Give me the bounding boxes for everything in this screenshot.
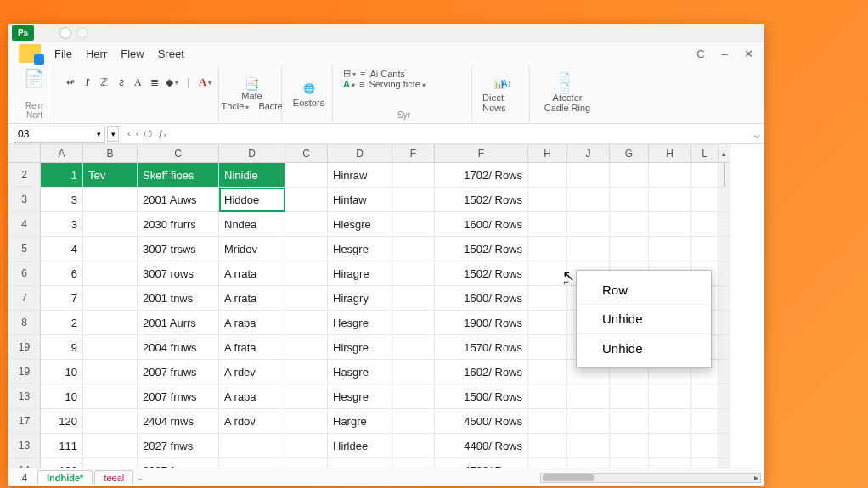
v-scrollbar-track[interactable]	[719, 188, 730, 212]
column-header[interactable]: C	[285, 144, 328, 163]
cell[interactable]	[610, 163, 649, 188]
cell[interactable]: Hinfaw	[328, 188, 392, 212]
v-scrollbar-track[interactable]	[719, 409, 730, 434]
cell[interactable]	[567, 188, 610, 212]
cell[interactable]: A rapa	[219, 384, 285, 409]
paste-icon[interactable]: 📄	[24, 68, 45, 88]
cell[interactable]	[528, 335, 567, 360]
ribbon-button[interactable]: Serving ficte	[369, 79, 426, 89]
fx-fx-button[interactable]: ƒₓ	[158, 128, 167, 139]
cell[interactable]	[610, 237, 649, 261]
cell[interactable]: 1570/ Rows	[435, 335, 528, 360]
cell[interactable]: 2027 fnws	[138, 434, 219, 458]
v-scrollbar-track[interactable]	[719, 434, 730, 458]
ribbon-button[interactable]: Diect Nows	[482, 93, 522, 113]
cell[interactable]: 1502/ Rows	[435, 261, 528, 286]
help-button[interactable]: C	[695, 48, 707, 60]
cell[interactable]: Hirldee	[328, 434, 392, 458]
cell[interactable]	[649, 237, 691, 261]
cell[interactable]: 2007 frnws	[138, 384, 219, 409]
cell[interactable]: 9	[41, 335, 83, 360]
row-header[interactable]: 7	[8, 286, 41, 311]
minimize-button[interactable]: –	[719, 48, 730, 60]
column-header[interactable]: G	[610, 144, 649, 163]
row-header[interactable]: 3	[8, 188, 41, 212]
cell[interactable]	[528, 261, 567, 286]
cell[interactable]: 2	[41, 311, 83, 335]
format-button[interactable]: ƨ	[115, 75, 127, 90]
cell[interactable]: 7	[41, 286, 83, 311]
cell[interactable]: 1900/ Rows	[435, 311, 528, 335]
cell[interactable]: Mridov	[219, 237, 285, 261]
cell[interactable]	[567, 163, 610, 188]
cell[interactable]	[691, 434, 719, 458]
cell[interactable]	[528, 409, 567, 434]
cell[interactable]	[392, 409, 435, 434]
cell[interactable]: Hargre	[328, 409, 392, 434]
file-icon[interactable]	[19, 44, 41, 63]
sheet-nav[interactable]: 4	[12, 472, 37, 484]
v-scrollbar-track[interactable]	[719, 261, 730, 286]
cell[interactable]	[83, 335, 138, 360]
cell[interactable]	[610, 188, 649, 212]
cell[interactable]	[285, 434, 328, 458]
cell[interactable]: Hiragry	[328, 286, 392, 311]
v-scrollbar-track[interactable]	[719, 335, 730, 360]
cell[interactable]	[285, 212, 328, 237]
format-button[interactable]: A	[132, 75, 144, 90]
table-icon[interactable]: 📊A↕	[494, 75, 511, 92]
v-scrollbar-track[interactable]	[719, 384, 730, 409]
cell[interactable]	[285, 311, 328, 335]
row-header[interactable]: 8	[8, 311, 41, 335]
cell[interactable]: Hasgre	[328, 360, 392, 384]
globe-icon[interactable]: 🌐	[301, 80, 318, 97]
cell[interactable]: A frata	[219, 335, 285, 360]
cell[interactable]: 3007 rows	[138, 261, 219, 286]
v-scrollbar-track[interactable]	[719, 311, 730, 335]
cell[interactable]	[83, 237, 138, 261]
cell[interactable]	[649, 212, 691, 237]
cell[interactable]	[528, 237, 567, 261]
cell[interactable]: Nndea	[219, 212, 285, 237]
column-header[interactable]: H	[528, 144, 567, 163]
cell[interactable]	[219, 458, 285, 468]
row-header[interactable]: 14	[8, 458, 41, 468]
cell[interactable]	[691, 188, 719, 212]
doc-tab-icon[interactable]	[76, 27, 88, 39]
select-all-cell[interactable]	[8, 144, 41, 163]
row-header[interactable]: 13	[8, 434, 41, 458]
doc-tab-icon[interactable]	[59, 27, 71, 39]
ribbon-button[interactable]: Bacte	[258, 101, 282, 111]
cell[interactable]	[610, 409, 649, 434]
cell[interactable]	[691, 409, 719, 434]
cell[interactable]: 2001 tnws	[138, 286, 219, 311]
v-scrollbar-track[interactable]	[719, 237, 730, 261]
row-header[interactable]: 6	[8, 261, 41, 286]
cell[interactable]	[528, 311, 567, 335]
cell[interactable]	[285, 261, 328, 286]
cell[interactable]	[567, 458, 610, 468]
cell[interactable]	[392, 261, 435, 286]
cell[interactable]	[285, 335, 328, 360]
ribbon-button[interactable]: ≡	[359, 79, 364, 89]
cell[interactable]: Hinraw	[328, 163, 392, 188]
formula-expand[interactable]: ⌄	[747, 126, 764, 142]
scroll-up-button[interactable]: ▴	[719, 144, 730, 163]
cell[interactable]: Hesgre	[328, 311, 392, 335]
v-scrollbar-track[interactable]	[719, 458, 730, 468]
cell[interactable]	[528, 163, 567, 188]
cell[interactable]: A rdov	[219, 409, 285, 434]
cell[interactable]	[83, 188, 138, 212]
cell[interactable]	[567, 212, 610, 237]
cell[interactable]	[528, 212, 567, 237]
cell[interactable]	[567, 434, 610, 458]
format-button[interactable]: ℤ	[99, 75, 111, 90]
cell[interactable]: 2004 fruws	[138, 335, 219, 360]
cell[interactable]	[528, 286, 567, 311]
v-scrollbar-track[interactable]	[719, 212, 730, 237]
font-color-button[interactable]: A	[199, 75, 211, 90]
h-scrollbar[interactable]: ▸	[540, 473, 761, 483]
cell[interactable]	[392, 212, 435, 237]
cell[interactable]	[83, 286, 138, 311]
sheet-tab[interactable]: teeal	[94, 470, 133, 485]
